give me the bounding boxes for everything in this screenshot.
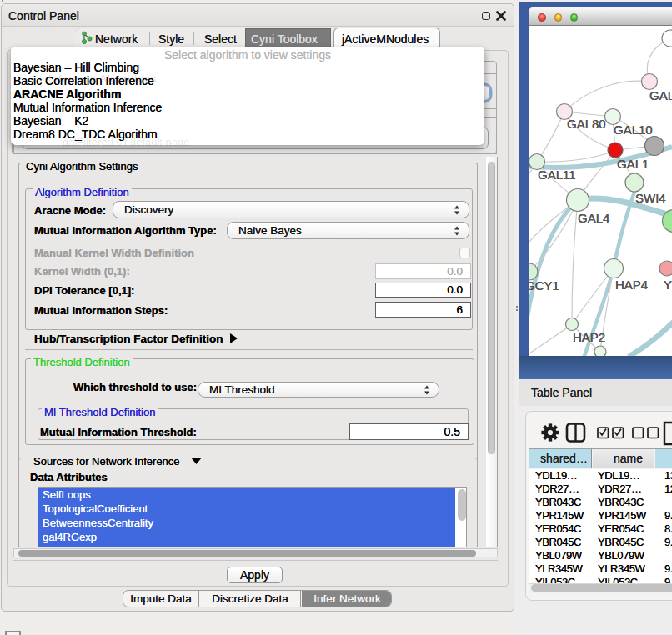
svg-text:HAP2: HAP2 xyxy=(573,330,605,344)
svg-text:GAL11: GAL11 xyxy=(538,168,576,182)
svg-text:GAL7: GAL7 xyxy=(649,88,672,102)
svg-text:GCY1: GCY1 xyxy=(529,278,559,292)
svg-text:GAL4: GAL4 xyxy=(578,211,609,225)
svg-text:GAL80: GAL80 xyxy=(567,117,606,131)
svg-text:Y: Y xyxy=(664,278,672,292)
svg-text:GAL10: GAL10 xyxy=(614,122,653,137)
svg-text:GAL1: GAL1 xyxy=(617,157,649,171)
svg-text:SWI4: SWI4 xyxy=(635,191,666,205)
svg-text:HAP4: HAP4 xyxy=(615,278,648,292)
